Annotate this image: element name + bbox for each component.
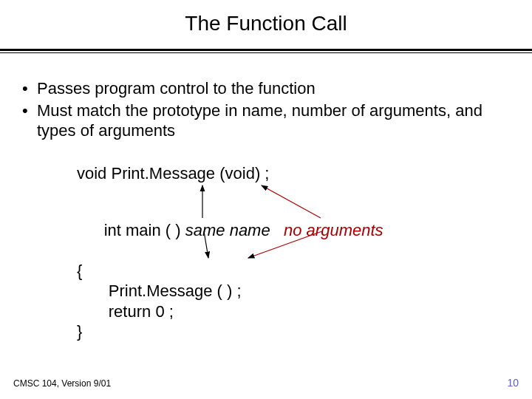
footer-course: CMSC 104, Version 9/01: [13, 378, 111, 389]
code-block: void Print.Message (void) ; int main ( )…: [77, 163, 511, 342]
bullet-item: Must match the prototype in name, number…: [21, 100, 511, 141]
code-call: Print.Message ( ) ;: [77, 281, 511, 301]
title-divider: [0, 49, 532, 53]
code-brace-open: {: [77, 261, 511, 282]
code-return: return 0 ;: [77, 301, 511, 322]
footer-page-number: 10: [507, 377, 519, 389]
annotation-no-arguments: no arguments: [284, 221, 383, 239]
code-main-sig: int main ( ): [104, 221, 181, 239]
slide-body: Passes program control to the function M…: [0, 53, 532, 342]
bullet-item: Passes program control to the function: [21, 78, 511, 99]
bullet-list: Passes program control to the function M…: [21, 78, 511, 141]
annotation-same-name: same name: [185, 221, 270, 239]
slide-title: The Function Call: [0, 0, 532, 43]
code-brace-close: }: [77, 321, 511, 342]
code-prototype: void Print.Message (void) ;: [77, 163, 511, 184]
code-main-line: int main ( ) same name no arguments: [77, 200, 511, 261]
